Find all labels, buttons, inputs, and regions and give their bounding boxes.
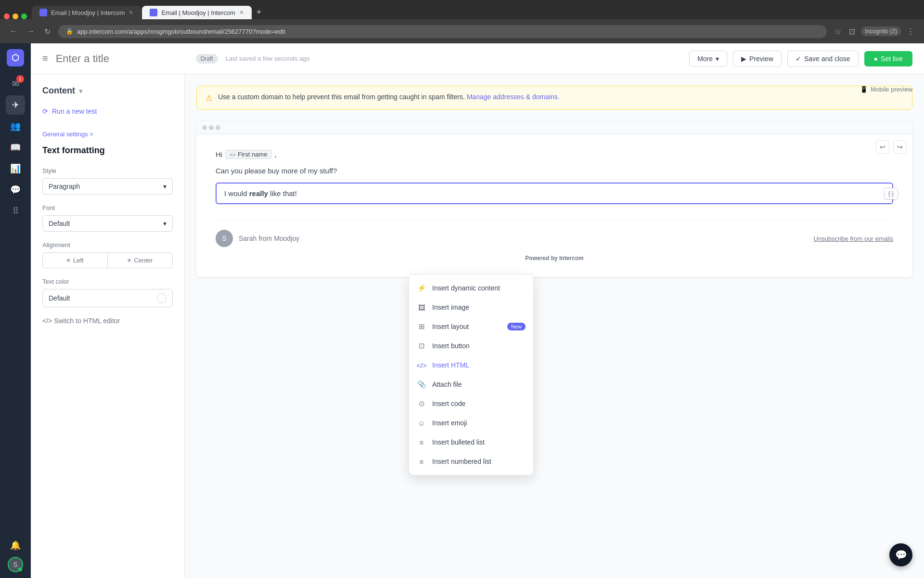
- unsubscribe-link[interactable]: Unsubscribe from our emails: [814, 235, 893, 242]
- bulleted-list-icon: ≡: [417, 437, 426, 447]
- menu-button[interactable]: ⋮: [905, 25, 916, 38]
- insert-numbered-list-item[interactable]: ≡ Insert numbered list: [409, 452, 533, 471]
- reports-icon: 📊: [10, 163, 21, 174]
- layout-icon: ⊞: [417, 322, 426, 331]
- apps-icon: ⠿: [13, 206, 19, 216]
- set-live-circle-icon: ●: [874, 55, 878, 63]
- align-left-button[interactable]: ≡ Left: [43, 253, 108, 268]
- editor-actions: ↩ ↪: [876, 140, 907, 154]
- mobile-preview-label: Mobile preview: [871, 86, 912, 93]
- sidebar-item-contacts[interactable]: 👥: [6, 117, 25, 136]
- insert-code-item[interactable]: ⊙ Insert code: [409, 394, 533, 413]
- insert-dropdown-menu: ⚡ Insert dynamic content 🖼 Insert image …: [409, 274, 534, 475]
- main-content: ≡ Draft Last saved a few seconds ago Mor…: [31, 43, 924, 578]
- insert-button-item[interactable]: ⊡ Insert button: [409, 336, 533, 355]
- traffic-lights: [4, 13, 27, 19]
- insert-image-label: Insert image: [432, 303, 469, 311]
- run-test-label: Run a new test: [52, 107, 97, 115]
- warning-icon: ⚠: [205, 93, 212, 103]
- close-traffic-light[interactable]: [4, 13, 10, 19]
- sidebar-item-chat[interactable]: 💬: [6, 180, 25, 199]
- first-name-tag[interactable]: <> First name: [225, 150, 271, 159]
- sidebar-item-notifications[interactable]: 🔔: [6, 536, 25, 555]
- font-value: Default: [49, 220, 70, 227]
- address-bar[interactable]: 🔒 app.intercom.com/a/apps/nnsgmgob/outbo…: [58, 25, 827, 38]
- save-check-icon: ✓: [796, 55, 801, 63]
- insert-dynamic-content-item[interactable]: ⚡ Insert dynamic content: [409, 278, 533, 298]
- tab-1-close[interactable]: ✕: [128, 9, 133, 16]
- sidebar-bottom: 🔔 S: [6, 536, 25, 572]
- page-body: Content ▾ ⟳ Run a new test General setti…: [31, 74, 924, 578]
- font-select[interactable]: Default ▾: [42, 215, 173, 232]
- set-live-button[interactable]: ● Set live: [864, 51, 912, 66]
- chat-bubble-button[interactable]: 💬: [889, 543, 912, 566]
- color-circle-icon: [157, 293, 167, 303]
- align-center-button[interactable]: ≡ Center: [108, 253, 172, 268]
- browser-tabs: Email | Moodjoy | Intercom ✕ Email | Moo…: [0, 0, 924, 19]
- manage-addresses-link[interactable]: Manage addresses & domains.: [467, 93, 560, 101]
- save-close-button[interactable]: ✓ Save and close: [787, 51, 859, 67]
- contacts-icon: 👥: [10, 121, 21, 131]
- address-text: app.intercom.com/a/apps/nnsgmgob/outboun…: [77, 28, 285, 35]
- browser-tab-1[interactable]: Email | Moodjoy | Intercom ✕: [32, 6, 141, 19]
- sidebar-item-inbox[interactable]: ✉ 1: [6, 74, 25, 93]
- toolbar-dot-1: [202, 125, 207, 130]
- bookmark-button[interactable]: ☆: [833, 25, 843, 38]
- book-icon: 📖: [10, 142, 21, 153]
- save-close-label: Save and close: [804, 55, 850, 63]
- email-body-paragraph[interactable]: Can you please buy more of my stuff?: [216, 167, 893, 175]
- html-icon: </>: [417, 360, 426, 370]
- content-header[interactable]: Content ▾: [42, 86, 173, 96]
- attach-file-item[interactable]: 📎 Attach file: [409, 375, 533, 394]
- extensions-button[interactable]: ⊡: [847, 25, 857, 38]
- title-input[interactable]: [56, 53, 188, 65]
- insert-button-label: Insert button: [432, 342, 470, 350]
- redo-button[interactable]: ↪: [893, 140, 907, 154]
- tab-2-close[interactable]: ✕: [239, 9, 244, 16]
- sender-info: S Sarah from Moodjoy: [216, 230, 299, 247]
- preview-button[interactable]: ▶ Preview: [733, 51, 782, 67]
- align-left-label: Left: [73, 257, 84, 264]
- hamburger-button[interactable]: ≡: [42, 53, 48, 64]
- insert-image-item[interactable]: 🖼 Insert image: [409, 298, 533, 317]
- spam-warning-banner: ⚠ Use a custom domain to help prevent th…: [196, 86, 912, 110]
- insert-layout-item[interactable]: ⊞ Insert layout New: [409, 317, 533, 336]
- sidebar-avatar[interactable]: S: [8, 557, 23, 572]
- inline-tool-button[interactable]: {·}: [884, 188, 898, 199]
- mobile-preview-button[interactable]: 📱 Mobile preview: [860, 86, 912, 93]
- reload-button[interactable]: ↻: [42, 25, 52, 38]
- new-tab-button[interactable]: +: [253, 5, 266, 19]
- sidebar-item-outbound[interactable]: ✈: [6, 95, 25, 115]
- back-button[interactable]: ←: [8, 25, 19, 38]
- sidebar-item-reports[interactable]: 📊: [6, 159, 25, 178]
- highlighted-before: I would: [224, 189, 249, 197]
- sidebar-logo[interactable]: ⬡: [7, 49, 24, 66]
- color-select[interactable]: Default: [42, 289, 173, 307]
- general-settings-link[interactable]: General settings >: [42, 131, 173, 138]
- tab-1-icon: [39, 9, 47, 16]
- browser-tab-2[interactable]: Email | Moodjoy | Intercom ✕: [142, 6, 251, 19]
- insert-bulleted-list-item[interactable]: ≡ Insert bulleted list: [409, 433, 533, 452]
- sidebar-item-knowledge[interactable]: 📖: [6, 138, 25, 157]
- forward-button[interactable]: →: [25, 25, 37, 38]
- email-editor-toolbar: [196, 121, 912, 134]
- left-panel: Content ▾ ⟳ Run a new test General setti…: [31, 74, 185, 578]
- minimize-traffic-light[interactable]: [13, 13, 18, 19]
- fullscreen-traffic-light[interactable]: [21, 13, 27, 19]
- attach-file-label: Attach file: [432, 381, 462, 388]
- insert-emoji-label: Insert emoji: [432, 419, 467, 427]
- sidebar-item-apps[interactable]: ⠿: [6, 201, 25, 221]
- email-highlighted-block[interactable]: I would really like that! {·}: [216, 183, 893, 204]
- incognito-badge: Incognito (2): [861, 26, 901, 36]
- switch-html-button[interactable]: </> Switch to HTML editor: [42, 317, 173, 325]
- insert-html-item[interactable]: </> Insert HTML: [409, 355, 533, 375]
- style-select[interactable]: Paragraph ▾: [42, 178, 173, 195]
- insert-emoji-item[interactable]: ☺ Insert emoji: [409, 413, 533, 433]
- email-footer: S Sarah from Moodjoy Unsubscribe from ou…: [216, 220, 893, 247]
- insert-layout-label: Insert layout: [432, 323, 469, 330]
- content-label: Content: [42, 86, 75, 96]
- powered-by-brand: Intercom: [559, 255, 584, 262]
- more-button[interactable]: More ▾: [689, 51, 727, 67]
- undo-button[interactable]: ↩: [876, 140, 889, 154]
- run-test-link[interactable]: ⟳ Run a new test: [42, 107, 173, 115]
